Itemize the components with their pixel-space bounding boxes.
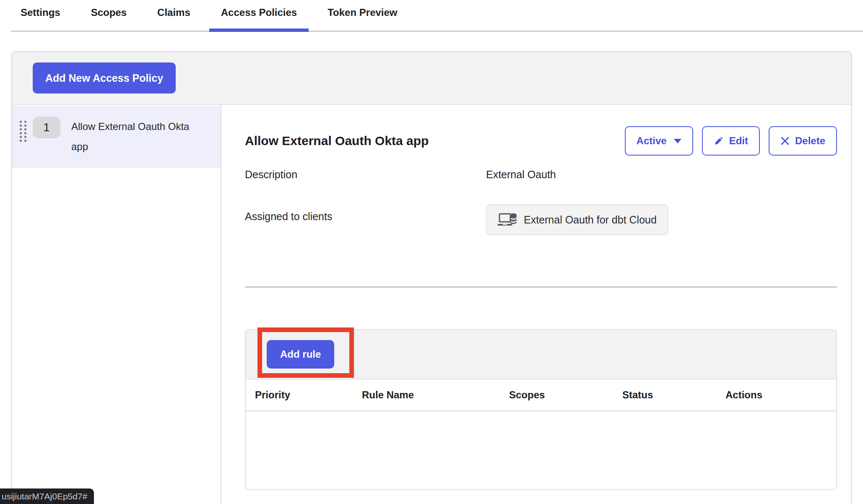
client-app-icon [498, 211, 517, 228]
edit-button[interactable]: Edit [702, 126, 760, 156]
assigned-client-chip[interactable]: External Oauth for dbt Cloud [486, 204, 668, 235]
panel-header: Add New Access Policy [12, 52, 851, 105]
column-header-status: Status [622, 389, 725, 401]
rules-table-body [246, 411, 836, 489]
link-preview-tooltip: usijiutarM7Aj0Ep5d7# [0, 488, 94, 504]
delete-button-label: Delete [795, 135, 825, 147]
panel-body: 1 Allow External Oauth Okta app Allow Ex… [12, 105, 851, 504]
section-divider [245, 286, 837, 288]
policy-detail-header: Allow External Oauth Okta app Active Edi… [245, 126, 837, 156]
tab-access-policies[interactable]: Access Policies [221, 0, 297, 32]
description-value: External Oauth [486, 169, 668, 181]
policy-name-label: Allow External Oauth Okta app [71, 117, 201, 157]
tab-bar: Settings Scopes Claims Access Policies T… [0, 0, 863, 32]
close-icon [780, 136, 790, 145]
policy-actions: Active Edit [625, 126, 837, 156]
column-header-rule-name: Rule Name [362, 389, 509, 401]
rules-table-header: Priority Rule Name Scopes Status Actions [246, 379, 836, 411]
tab-settings[interactable]: Settings [21, 0, 60, 32]
policy-priority-badge: 1 [33, 117, 60, 138]
column-header-scopes: Scopes [509, 389, 622, 401]
rules-header: Add rule [246, 330, 836, 379]
status-dropdown-button[interactable]: Active [625, 126, 693, 156]
policy-list-item[interactable]: 1 Allow External Oauth Okta app [12, 106, 221, 168]
add-new-access-policy-button[interactable]: Add New Access Policy [33, 62, 176, 94]
pencil-icon [714, 136, 724, 146]
rules-card: Add rule Priority Rule Name Scopes Statu… [245, 329, 837, 490]
edit-button-label: Edit [729, 135, 748, 147]
assigned-to-clients-label: Assigned to clients [245, 204, 486, 223]
chevron-down-icon [674, 139, 681, 143]
policy-info: Description External Oauth Assigned to c… [245, 169, 837, 235]
tab-claims[interactable]: Claims [157, 0, 190, 32]
page: Settings Scopes Claims Access Policies T… [0, 0, 863, 504]
policy-title: Allow External Oauth Okta app [245, 134, 429, 148]
status-dropdown-label: Active [637, 135, 667, 147]
policy-list-sidebar: 1 Allow External Oauth Okta app [12, 105, 221, 504]
tab-token-preview[interactable]: Token Preview [328, 0, 397, 32]
tab-scopes[interactable]: Scopes [91, 0, 127, 32]
delete-button[interactable]: Delete [769, 126, 837, 156]
assigned-client-chip-label: External Oauth for dbt Cloud [524, 214, 657, 226]
access-policies-panel: Add New Access Policy 1 Allow External O… [11, 51, 852, 504]
description-label: Description [245, 169, 486, 181]
drag-handle-icon[interactable] [20, 121, 26, 142]
column-header-priority: Priority [255, 389, 362, 401]
policy-detail: Allow External Oauth Okta app Active Edi… [221, 105, 851, 504]
add-rule-button[interactable]: Add rule [267, 340, 334, 369]
column-header-actions: Actions [725, 389, 836, 401]
link-preview-text: usijiutarM7Aj0Ep5d7# [2, 491, 87, 501]
